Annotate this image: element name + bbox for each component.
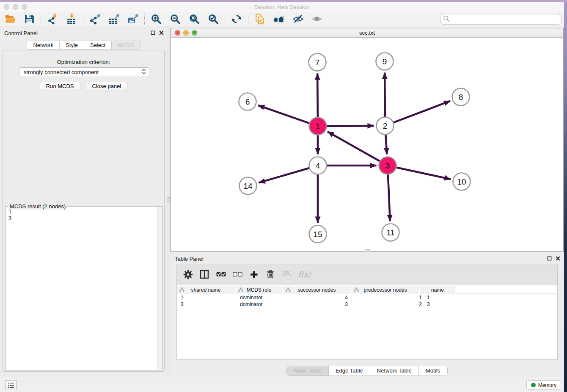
import-network-icon[interactable] [47,13,58,25]
table-cell[interactable]: 3 [177,301,237,308]
tab-select[interactable]: Select [84,41,112,50]
memory-button[interactable]: Memory [526,380,561,390]
graph-node-4[interactable]: 4 [309,157,327,174]
table-cell[interactable]: 2 [354,301,424,308]
edge-4-14[interactable] [259,168,310,182]
tab-network-table[interactable]: Network Table [370,366,418,375]
table-cell[interactable]: 1 [177,294,237,301]
open-session-icon[interactable] [4,13,16,25]
graph-node-1[interactable]: 1 [309,118,327,135]
tab-edge-table[interactable]: Edge Table [328,366,370,375]
run-mcds-button[interactable]: Run MCDS [40,82,80,91]
task-history-button[interactable] [5,380,17,390]
edge-2-8[interactable] [392,101,450,123]
node-label: 8 [459,93,463,102]
select-all-checks-icon[interactable] [216,269,226,280]
graph-node-11[interactable]: 11 [382,224,399,241]
table-toolbar: f(x) [177,265,557,284]
table-row[interactable]: 1dominator411 [177,294,557,301]
table-cell[interactable]: dominator [237,301,285,308]
edge-3-11[interactable] [388,173,390,221]
table-settings-icon[interactable] [183,269,193,280]
node-table[interactable]: shared nameMCDS rolesuccessor nodesprede… [177,285,557,359]
tab-style[interactable]: Style [60,41,84,50]
edge-2-3[interactable] [385,133,387,154]
result-scrollbar[interactable] [157,207,162,370]
network-graph-canvas[interactable]: 7968124314101511 [171,38,564,252]
criterion-dropdown[interactable]: strongly connected component [19,67,149,77]
graph-node-2[interactable]: 2 [377,117,394,135]
graph-node-6[interactable]: 6 [239,93,256,110]
table-cell[interactable]: 3 [424,301,460,308]
edge-3-1[interactable] [328,132,381,162]
duplicate-network-icon[interactable] [254,13,266,25]
table-tabs: Node TableEdge TableNetwork TableMotifs [171,366,564,376]
zoom-out-icon[interactable] [169,13,181,25]
zoom-selected-icon[interactable] [207,13,219,25]
delete-column-icon[interactable] [265,269,275,280]
show-all-icon[interactable] [311,13,323,25]
function-builder-icon: f(x) [298,269,311,280]
tab-node-table[interactable]: Node Table [287,366,328,375]
table-cell[interactable]: dominator [237,294,285,301]
save-session-icon[interactable] [23,13,35,25]
tab-mcds[interactable]: MCDS [112,41,140,50]
splitter-handle[interactable] [168,197,170,203]
column-header-MCDS-role[interactable]: MCDS role [236,286,283,294]
table-panel: Table Panel f(x) shared nameMCDS rolesuc… [171,252,564,376]
export-network-icon[interactable] [89,13,101,25]
graph-node-14[interactable]: 14 [239,177,257,195]
column-header-predecessor-nodes[interactable]: predecessor nodes [351,286,420,294]
toolbar-separator [41,14,41,25]
hierarchy-icon [179,287,184,293]
tab-motifs[interactable]: Motifs [418,366,447,375]
edge-3-10[interactable] [395,167,451,179]
deselect-all-checks-icon[interactable] [232,269,242,280]
refresh-icon[interactable] [231,13,242,25]
graph-node-7[interactable]: 7 [309,54,326,71]
column-chooser-icon[interactable] [199,269,209,280]
edge-1-2[interactable] [325,126,374,126]
mcds-result-list: 13 [6,207,157,370]
float-panel-icon[interactable] [151,30,155,36]
add-column-icon[interactable] [249,269,259,280]
table-cell[interactable]: 1 [424,294,460,301]
column-header-shared-name[interactable]: shared name [177,286,236,294]
close-panel-button[interactable]: Close panel [86,82,128,91]
zoom-in-icon[interactable] [150,13,162,25]
table-cell[interactable]: 3 [285,301,354,308]
close-panel-icon[interactable] [159,30,164,36]
stepper-chevrons-icon [141,69,146,76]
hide-selected-icon[interactable] [292,13,304,25]
table-cell[interactable]: 4 [285,294,354,301]
import-table-icon[interactable] [66,13,77,25]
column-header-successor-nodes[interactable]: successor nodes [283,286,351,294]
edge-2-9[interactable] [385,72,385,118]
table-row[interactable]: 3dominator323 [177,301,557,308]
table-cell[interactable]: 1 [354,294,424,301]
graph-node-8[interactable]: 8 [452,88,470,106]
column-header-name[interactable]: name [420,286,456,294]
edge-1-7[interactable] [317,73,318,118]
search-input[interactable] [451,16,559,22]
graph-node-3[interactable]: 3 [379,157,396,174]
edge-1-6[interactable] [258,105,311,124]
close-table-panel-icon[interactable] [556,256,560,262]
hierarchy-icon [286,287,291,293]
tab-network[interactable]: Network [27,41,60,50]
network-window-titlebar[interactable]: × − + scc.txt [171,28,563,38]
graph-node-10[interactable]: 10 [453,173,471,190]
toolbar-separator [144,14,145,25]
control-panel-tabs: NetworkStyleSelectMCDS [0,41,167,50]
column-label: MCDS role [247,287,272,293]
export-image-icon[interactable] [127,13,139,25]
export-table-icon[interactable] [108,13,120,25]
graph-node-9[interactable]: 9 [376,53,394,70]
search-box[interactable] [440,14,561,25]
float-table-panel-icon[interactable] [547,256,552,262]
column-label: predecessor nodes [363,287,407,293]
graph-node-15[interactable]: 15 [309,226,327,243]
first-neighbors-icon[interactable] [273,13,285,25]
zoom-fit-icon[interactable] [188,13,200,25]
panel-splitter[interactable] [167,26,171,376]
